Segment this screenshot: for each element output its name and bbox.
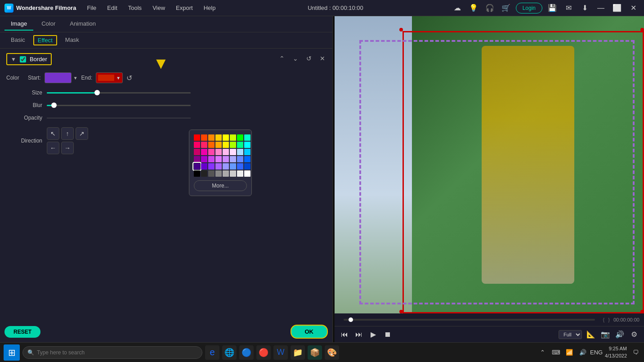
tray-volume-icon[interactable]: 🔊 (578, 348, 588, 358)
audio-icon[interactable]: 🔊 (614, 329, 625, 340)
color-cell-46[interactable] (237, 170, 243, 177)
download-icon[interactable]: ⬇ (578, 2, 591, 14)
search-input[interactable] (37, 349, 197, 356)
subtab-basic[interactable]: Basic (6, 35, 30, 46)
direction-ne-button[interactable]: ↗ (76, 127, 88, 140)
color-cell-38[interactable] (237, 163, 243, 170)
border-label[interactable]: Border (30, 56, 47, 63)
ok-button[interactable]: OK (291, 325, 328, 339)
color-cell-5[interactable] (230, 134, 236, 141)
color-cell-29[interactable] (230, 156, 236, 162)
color-cell-44[interactable] (223, 170, 229, 177)
collapse-down-icon[interactable]: ⌄ (290, 53, 301, 64)
direction-e-button[interactable]: → (61, 142, 74, 154)
color-cell-28[interactable] (223, 156, 229, 162)
cart-icon[interactable]: 🛒 (500, 2, 512, 14)
end-color-select[interactable]: ▼ (96, 72, 123, 83)
notifications-icon[interactable]: 🗨 (631, 348, 640, 358)
subtab-effect[interactable]: Effect (33, 35, 57, 45)
color-cell-35[interactable] (215, 163, 222, 170)
start-color-swatch[interactable] (45, 72, 72, 83)
direction-nw-button[interactable]: ↖ (47, 127, 59, 140)
subtab-mask[interactable]: Mask (61, 35, 84, 46)
start-button[interactable]: ⊞ (4, 344, 20, 361)
tab-animation[interactable]: Animation (63, 18, 102, 31)
bulb-icon[interactable]: 💡 (467, 2, 480, 14)
taskbar-app-filmora[interactable]: 📦 (308, 345, 322, 360)
color-cell-23[interactable] (244, 149, 250, 155)
color-cell-27[interactable] (215, 156, 222, 162)
login-button[interactable]: Login (516, 3, 542, 13)
color-cell-34[interactable] (208, 163, 215, 170)
settings-icon[interactable]: ⚙ (629, 329, 640, 340)
menu-file[interactable]: File (82, 3, 101, 13)
close-icon[interactable]: ✕ (627, 2, 640, 14)
color-cell-1[interactable] (201, 134, 207, 141)
taskbar-app-paint[interactable]: 🎨 (325, 345, 339, 360)
color-cell-42[interactable] (208, 170, 215, 177)
border-checkbox[interactable] (20, 56, 26, 63)
more-colors-button[interactable]: More... (194, 180, 247, 191)
color-cell-6[interactable] (237, 134, 243, 141)
menu-export[interactable]: Export (171, 3, 197, 13)
color-cell-24[interactable] (194, 156, 200, 162)
size-slider-track[interactable] (47, 92, 191, 94)
color-cell-32[interactable] (194, 163, 200, 170)
blur-slider-thumb[interactable] (51, 103, 57, 108)
color-cell-43[interactable] (215, 170, 222, 177)
reset-button[interactable]: RESET (4, 326, 40, 338)
color-cell-13[interactable] (230, 142, 236, 148)
screenshot-icon[interactable]: 📷 (600, 329, 611, 340)
taskbar-app-word[interactable]: W (273, 345, 288, 360)
color-cell-37[interactable] (230, 163, 236, 170)
color-cell-15[interactable] (244, 142, 250, 148)
taskbar-app-ie[interactable]: e (205, 345, 219, 360)
color-cell-45[interactable] (230, 170, 236, 177)
color-cell-3[interactable] (215, 134, 222, 141)
color-cell-4[interactable] (223, 134, 229, 141)
color-cell-14[interactable] (237, 142, 243, 148)
color-cell-16[interactable] (194, 149, 200, 155)
mail-icon[interactable]: ✉ (562, 2, 575, 14)
tray-chevron-icon[interactable]: ⌃ (537, 348, 547, 358)
taskbar-app-opera[interactable]: 🔴 (256, 345, 271, 360)
prev-frame-icon[interactable]: ⏮ (339, 329, 350, 340)
taskbar-app-chrome[interactable]: 🌐 (222, 345, 237, 360)
color-cell-41[interactable] (201, 170, 207, 177)
cloud-icon[interactable]: ☁ (451, 2, 464, 14)
color-cell-10[interactable] (208, 142, 215, 148)
close-panel-icon[interactable]: ✕ (317, 53, 328, 64)
color-cell-40[interactable] (194, 170, 200, 177)
search-bar[interactable]: 🔍 (22, 346, 202, 359)
menu-tools[interactable]: Tools (124, 3, 146, 13)
color-cell-0[interactable] (194, 134, 200, 141)
play-icon[interactable]: ▶ (368, 329, 379, 340)
quality-select[interactable]: Full (559, 330, 582, 339)
direction-n-button[interactable]: ↑ (61, 127, 74, 140)
color-reset-icon[interactable]: ↺ (126, 74, 132, 82)
size-slider-thumb[interactable] (94, 90, 100, 95)
toggle-arrow-icon[interactable]: ▼ (11, 56, 16, 63)
taskbar-app-explorer[interactable]: 📁 (291, 345, 305, 360)
color-cell-7[interactable] (244, 134, 250, 141)
tab-image[interactable]: Image (4, 18, 33, 31)
playback-progress[interactable] (344, 319, 595, 321)
blur-slider-track[interactable] (47, 105, 191, 106)
taskbar-app-edge[interactable]: 🔵 (239, 345, 254, 360)
color-cell-30[interactable] (237, 156, 243, 162)
headset-icon[interactable]: 🎧 (483, 2, 496, 14)
color-cell-2[interactable] (208, 134, 215, 141)
color-cell-22[interactable] (237, 149, 243, 155)
stop-icon[interactable]: ⏹ (382, 329, 393, 340)
color-cell-31[interactable] (244, 156, 250, 162)
color-cell-19[interactable] (215, 149, 222, 155)
tray-lang-icon[interactable]: ENG (591, 348, 601, 358)
prev-step-icon[interactable]: ⏭ (353, 329, 364, 340)
reset-icon[interactable]: ↺ (304, 53, 314, 64)
menu-edit[interactable]: Edit (103, 3, 121, 13)
menu-help[interactable]: Help (199, 3, 220, 13)
maximize-icon[interactable]: ⬜ (611, 2, 623, 14)
tray-keyboard-icon[interactable]: ⌨ (551, 348, 561, 358)
color-cell-21[interactable] (230, 149, 236, 155)
minimize-icon[interactable]: — (595, 2, 607, 14)
